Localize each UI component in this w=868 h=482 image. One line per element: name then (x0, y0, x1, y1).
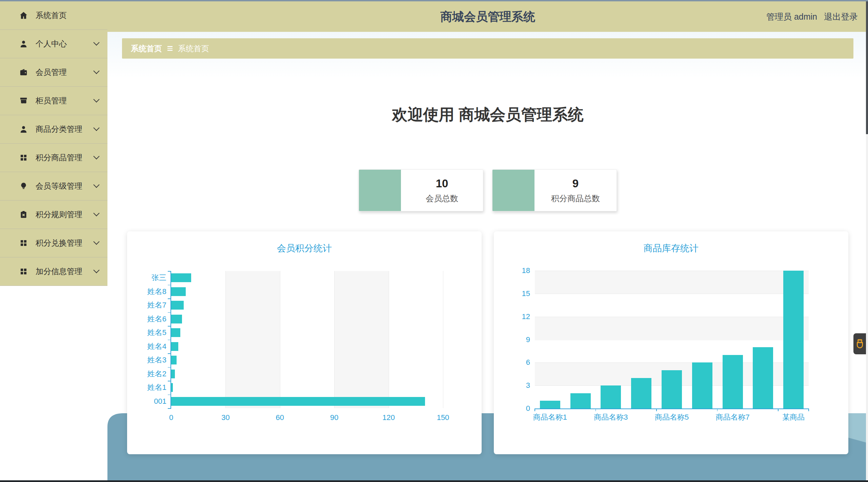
y-category-label: 001 (119, 397, 166, 406)
breadcrumb-current: 系统首页 (178, 43, 209, 54)
member-points-chart[interactable]: 张三姓名8姓名7姓名6姓名5姓名4姓名3姓名2姓名100103060901201… (127, 231, 482, 454)
bar-stock-5[interactable] (692, 362, 712, 408)
x-category-label: 商品名称1 (520, 413, 581, 422)
bar-姓名1[interactable] (171, 383, 173, 392)
axis-tick (168, 312, 170, 313)
axis-tick (778, 408, 779, 411)
x-tick-label: 30 (212, 413, 239, 422)
stat-value-points-products: 9 (572, 177, 579, 190)
sidebar-item-label: 积分商品管理 (36, 152, 82, 163)
stat-card-members: 10 会员总数 (359, 169, 483, 211)
bar-stock-8[interactable] (783, 271, 804, 408)
chevron-down-icon (93, 182, 99, 188)
admin-user-link[interactable]: 管理员 admin (766, 11, 817, 22)
sidebar-item-label: 积分兑换管理 (36, 238, 82, 248)
logout-link[interactable]: 退出登录 (824, 11, 858, 22)
bar-姓名4[interactable] (171, 342, 178, 351)
grid-icon (19, 238, 28, 248)
user-icon (19, 125, 28, 134)
sidebar-item-2[interactable]: 会员管理 (0, 58, 107, 87)
x-tick-label: 60 (266, 413, 294, 422)
bar-stock-6[interactable] (723, 355, 743, 408)
gridline (535, 271, 809, 271)
bar-stock-1[interactable] (570, 393, 591, 408)
sidebar-below-filler (0, 287, 107, 482)
y-tick-label: 3 (506, 381, 530, 390)
breadcrumb: 系统首页 系统首页 (122, 38, 853, 59)
sidebar-item-6[interactable]: 会员等级管理 (0, 172, 107, 201)
sidebar-item-label: 会员管理 (36, 67, 67, 78)
stat-body: 9 积分商品总数 (534, 170, 617, 211)
chevron-down-icon (93, 238, 99, 245)
product-stock-chart-card: 商品库存统计 0369121518商品名称1商品名称3商品名称5商品名称7某商品 (494, 231, 848, 454)
chevron-down-icon (93, 39, 99, 45)
y-category-label: 张三 (119, 273, 166, 282)
gridline (280, 271, 280, 408)
y-tick-label: 12 (506, 312, 530, 321)
y-tick-label: 15 (506, 289, 530, 298)
bar-stock-0[interactable] (540, 401, 560, 408)
x-tick-label: 0 (158, 413, 185, 422)
y-category-label: 姓名5 (119, 328, 166, 337)
axis-tick (168, 285, 170, 286)
x-tick-label: 90 (321, 413, 348, 422)
sidebar-item-1[interactable]: 个人中心 (0, 30, 107, 58)
gridline (334, 271, 335, 408)
stat-body: 10 会员总数 (401, 170, 483, 211)
header: 商城会员管理系统 管理员 admin 退出登录 (107, 1, 868, 32)
home-icon (19, 11, 28, 20)
bar-001[interactable] (171, 397, 425, 406)
gridline (443, 271, 443, 408)
grid-icon (19, 153, 28, 162)
gridline (535, 317, 809, 317)
usb-icon (854, 338, 866, 350)
stat-value-members: 10 (436, 177, 448, 190)
bar-姓名8[interactable] (171, 287, 186, 296)
sidebar-item-3[interactable]: 柜员管理 (0, 87, 107, 115)
chevron-down-icon (93, 153, 99, 159)
gridline (389, 271, 389, 408)
gridline (225, 271, 226, 408)
bar-stock-2[interactable] (601, 385, 621, 408)
stat-label-members: 会员总数 (426, 193, 458, 204)
bar-stock-4[interactable] (662, 370, 682, 408)
sidebar-item-4[interactable]: 商品分类管理 (0, 115, 107, 144)
shop-icon (19, 96, 28, 105)
sidebar-item-0[interactable]: 系统首页 (0, 1, 107, 30)
chevron-down-icon (93, 96, 99, 102)
bar-stock-7[interactable] (753, 347, 773, 408)
bar-张三[interactable] (171, 273, 191, 282)
plot-split-area (225, 271, 280, 408)
y-tick-label: 18 (506, 266, 530, 275)
sidebar-item-5[interactable]: 积分商品管理 (0, 144, 107, 172)
stat-label-points-products: 积分商品总数 (551, 193, 600, 204)
x-tick-label: 120 (375, 413, 402, 422)
breadcrumb-root-link[interactable]: 系统首页 (131, 43, 162, 54)
sidebar-item-label: 加分信息管理 (36, 266, 82, 277)
y-tick-label: 9 (506, 335, 530, 344)
stat-accent-block (359, 170, 401, 211)
bulb-icon (19, 182, 28, 191)
bar-姓名6[interactable] (171, 315, 182, 323)
bar-姓名5[interactable] (171, 328, 180, 337)
content-area: 系统首页 系统首页 欢迎使用 商城会员管理系统 10 会员总数 9 积分商品总数 (107, 32, 868, 482)
scrollbar-thumb[interactable] (866, 1, 868, 134)
plot-split-area (334, 271, 388, 408)
header-right: 管理员 admin 退出登录 (766, 1, 858, 32)
y-category-label: 姓名2 (119, 369, 166, 379)
axis-tick (168, 381, 170, 381)
product-stock-chart[interactable]: 0369121518商品名称1商品名称3商品名称5商品名称7某商品 (494, 231, 848, 454)
axis-tick (656, 408, 657, 411)
bar-姓名3[interactable] (171, 356, 177, 364)
x-category-label: 某商品 (763, 413, 824, 422)
bar-stock-3[interactable] (631, 378, 651, 408)
sidebar-item-8[interactable]: 积分兑换管理 (0, 229, 107, 257)
page-scrollbar[interactable] (866, 1, 868, 480)
sidebar-item-label: 积分规则管理 (36, 209, 82, 220)
y-category-label: 姓名7 (119, 300, 166, 310)
bar-姓名2[interactable] (171, 370, 175, 378)
bar-姓名7[interactable] (171, 301, 184, 310)
sidebar-item-9[interactable]: 加分信息管理 (0, 257, 107, 286)
sidebar-item-7[interactable]: 积分规则管理 (0, 201, 107, 229)
plot-split-area (535, 317, 809, 340)
